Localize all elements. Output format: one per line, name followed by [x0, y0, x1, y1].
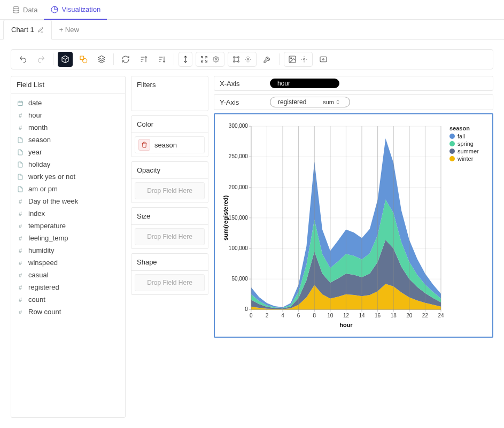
field-item[interactable]: hour	[11, 109, 125, 121]
svg-text:8: 8	[313, 313, 316, 318]
y-axis-field-name: registered	[278, 98, 306, 106]
field-item[interactable]: work yes or not	[11, 170, 125, 183]
document-icon	[17, 136, 24, 144]
shapes-button[interactable]	[76, 52, 91, 67]
chart-plot: 050,000100,000150,000200,000250,000300,0…	[220, 120, 444, 331]
svg-point-6	[238, 57, 239, 58]
field-item[interactable]: count	[11, 293, 125, 306]
redo-button[interactable]	[34, 52, 49, 67]
legend-item[interactable]: spring	[449, 141, 485, 147]
field-item-label: work yes or not	[28, 173, 75, 181]
tab-visualization[interactable]: Visualization	[44, 0, 107, 20]
svg-text:250,000: 250,000	[229, 153, 248, 159]
size-drop-zone[interactable]: Drop Field Here	[135, 228, 205, 245]
document-icon	[17, 185, 24, 193]
chart-tab-1-label: Chart 1	[11, 26, 34, 34]
legend-swatch	[449, 134, 455, 139]
field-list-title: Field List	[11, 76, 125, 94]
hash-icon	[17, 222, 24, 230]
gear-icon	[298, 53, 310, 65]
field-item-label: casual	[28, 271, 49, 279]
svg-point-9	[247, 59, 249, 60]
field-item-label: holiday	[28, 160, 50, 168]
field-item-label: am or pm	[28, 185, 58, 193]
field-item[interactable]: feeling_temp	[11, 232, 125, 244]
field-item[interactable]: Day of the week	[11, 195, 125, 207]
field-item[interactable]: holiday	[11, 158, 125, 170]
field-item[interactable]: registered	[11, 281, 125, 293]
field-item[interactable]: winspeed	[11, 256, 125, 269]
tab-data[interactable]: Data	[5, 0, 44, 19]
legend-label: winter	[458, 155, 473, 162]
field-item[interactable]: Row count	[11, 306, 125, 318]
svg-text:0: 0	[245, 306, 248, 312]
field-list: datehourmonthseasonyearholidaywork yes o…	[11, 94, 125, 321]
remove-color-button[interactable]	[138, 139, 150, 151]
svg-text:16: 16	[375, 313, 381, 318]
edit-icon[interactable]	[37, 27, 44, 33]
y-axis-field-pill[interactable]: registered sum	[270, 97, 350, 107]
legend: season fallspringsummerwinter	[444, 120, 485, 331]
hash-icon	[17, 112, 24, 119]
chart-tab-new-label: + New	[59, 26, 79, 34]
field-item-label: temperature	[28, 222, 66, 230]
shape-drop-zone[interactable]: Drop Field Here	[135, 274, 205, 291]
layers-button[interactable]	[94, 52, 109, 67]
export-button[interactable]	[316, 52, 331, 67]
x-axis-field-pill[interactable]: hour	[270, 79, 339, 88]
cube-button[interactable]	[58, 52, 73, 67]
image-icon	[286, 53, 298, 65]
legend-label: summer	[458, 148, 479, 154]
wrench-button[interactable]	[260, 52, 275, 67]
legend-item[interactable]: summer	[449, 148, 485, 154]
field-item[interactable]: month	[11, 121, 125, 134]
field-item[interactable]: humidity	[11, 244, 125, 256]
color-shelf[interactable]: Color season	[131, 115, 208, 157]
svg-text:22: 22	[422, 313, 428, 318]
field-item[interactable]: season	[11, 134, 125, 146]
sort-asc-button[interactable]	[136, 52, 151, 67]
field-item[interactable]: date	[11, 97, 125, 109]
refresh-button[interactable]	[118, 52, 133, 67]
field-item-label: count	[28, 295, 45, 304]
field-item-label: season	[28, 136, 51, 144]
color-encoding-chip[interactable]: season	[135, 136, 205, 153]
layout-settings-button[interactable]	[196, 52, 224, 67]
svg-text:14: 14	[359, 313, 365, 318]
undo-button[interactable]	[15, 52, 30, 67]
axis-swap-button[interactable]	[179, 52, 192, 67]
x-axis-field-name: hour	[277, 80, 290, 87]
image-settings-button[interactable]	[284, 52, 313, 67]
svg-text:20: 20	[406, 313, 412, 318]
separator	[174, 53, 174, 65]
filters-shelf[interactable]: Filters	[131, 76, 208, 111]
legend-swatch	[449, 141, 455, 146]
legend-item[interactable]: winter	[449, 155, 485, 162]
svg-rect-15	[18, 101, 23, 105]
field-item[interactable]: year	[11, 146, 125, 158]
top-tabs: Data Visualization	[0, 0, 504, 20]
chart-frame[interactable]: 050,000100,000150,000200,000250,000300,0…	[214, 113, 493, 338]
scale-settings-button[interactable]	[228, 52, 257, 67]
hash-icon	[17, 247, 24, 254]
opacity-shelf[interactable]: Opacity Drop Field Here	[131, 161, 208, 203]
size-shelf[interactable]: Size Drop Field Here	[131, 207, 208, 249]
field-item[interactable]: casual	[11, 269, 125, 281]
svg-text:24: 24	[438, 313, 444, 318]
field-item[interactable]: am or pm	[11, 183, 125, 195]
field-item[interactable]: temperature	[11, 220, 125, 232]
opacity-drop-zone[interactable]: Drop Field Here	[135, 182, 205, 199]
hash-icon	[17, 308, 24, 316]
chart-tab-new[interactable]: + New	[52, 20, 87, 39]
field-item[interactable]: index	[11, 207, 125, 220]
shape-shelf[interactable]: Shape Drop Field Here	[131, 253, 208, 295]
sort-desc-button[interactable]	[154, 52, 169, 67]
svg-text:sum(registered): sum(registered)	[222, 195, 229, 240]
field-list-panel: Field List datehourmonthseasonyearholida…	[11, 76, 126, 418]
hash-icon	[17, 235, 24, 242]
chart-tab-1[interactable]: Chart 1	[3, 20, 52, 40]
svg-text:150,000: 150,000	[229, 215, 248, 221]
legend-item[interactable]: fall	[449, 133, 485, 139]
workspace: Field List datehourmonthseasonyearholida…	[0, 40, 504, 422]
svg-point-12	[304, 59, 305, 60]
